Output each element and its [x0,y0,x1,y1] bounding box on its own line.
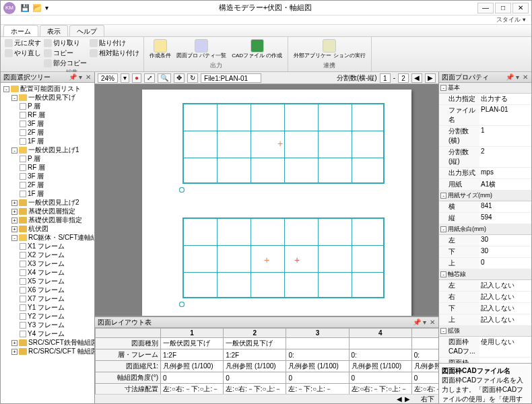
drawing-tree[interactable]: -配置可能図面リスト-一般伏図見下げP 層RF 層3F 層2F 層1F 層-一般… [1,83,94,403]
tree-leaf[interactable]: Y2 フレーム [20,312,93,321]
paste-button[interactable]: 貼り付け [90,38,139,48]
tree-leaf[interactable]: 2F 層 [20,128,93,137]
tree-node[interactable]: +基礎伏図層非指定 [11,215,93,224]
property-row[interactable]: 下30 [439,246,531,258]
scroll-right-icon[interactable]: ▶ [405,395,410,403]
property-row[interactable]: 横841 [439,201,531,213]
cut-button[interactable]: 切り取り [44,38,87,48]
tree-node[interactable]: +RC/SRC/S/CFT 軸組図 [11,347,93,356]
table-row[interactable]: 軸組図角度(°)0000000 [96,372,439,384]
tree-dropdown-icon[interactable]: ▾ [77,73,84,81]
tree-leaf[interactable]: X6 フレーム [20,285,93,294]
split-v-input[interactable]: 2 [398,73,409,83]
property-section[interactable]: -基本 [439,83,531,94]
tree-leaf[interactable]: Y3 フレーム [20,321,93,329]
layout-dropdown-icon[interactable]: ▾ [421,318,428,326]
redo-button[interactable]: やり直し [5,48,41,58]
property-row[interactable]: 分割数(横)1 [439,126,531,147]
property-row[interactable]: 出力指定出力する [439,94,531,105]
tree-leaf[interactable]: 1F 層 [20,137,93,145]
create-cad-file-button[interactable]: CADファイル の作成 [230,38,284,59]
tree-leaf[interactable]: 3F 層 [20,119,93,128]
tree-leaf[interactable]: RF 層 [20,110,93,119]
qat-save-icon[interactable]: 💾 [21,4,29,12]
tree-node[interactable]: -一般伏図見下げP 層RF 層3F 層2F 層1F 層 [11,93,93,145]
layout-pin-icon[interactable]: 📌 [413,318,420,326]
property-row[interactable]: 右記入しない [439,292,531,303]
prop-dropdown-icon[interactable]: ▾ [514,73,521,81]
tree-leaf[interactable]: X7 フレーム [20,294,93,303]
property-row[interactable]: 下記入しない [439,303,531,314]
table-row[interactable]: 寸法線配置左:○右:－下:○上:－左:○右:－下:○上:－左:－下:○上:－左:… [96,384,439,395]
record-icon[interactable]: ● [132,73,141,83]
create-conditions-button[interactable]: 作成条件 [148,38,172,59]
property-section[interactable]: -用紙余白(mm) [439,224,531,235]
tree-close-icon[interactable]: ✕ [85,73,92,81]
undo-button[interactable]: 元に戻す [5,38,41,48]
partial-copy-button[interactable]: 部分コピー [44,59,87,68]
next-page-icon[interactable]: ▶ [425,73,436,83]
property-row[interactable]: 図面枠CADフ... [439,358,531,363]
tree-leaf[interactable]: X5 フレーム [20,277,93,285]
close-button[interactable]: ✕ [512,3,529,13]
qat-open-icon[interactable]: 📂 [33,4,41,12]
tree-node[interactable]: -RC躯体・S/CFT連軸組図X1 フレームX2 フレームX3 フレームX4 フ… [11,233,93,338]
table-header[interactable] [96,329,161,338]
property-row[interactable]: 縦594 [439,213,531,224]
relative-paste-button[interactable]: 相対貼り付け [90,48,139,58]
tree-node[interactable]: -一般伏図見上げ1P 層RF 層3F 層2F 層1F 層 [11,145,93,198]
tree-leaf[interactable]: RF 層 [20,163,93,172]
file-display[interactable]: File1:PLAN-01 [201,73,261,83]
table-header[interactable]: 5 [411,329,438,338]
split-h-input[interactable]: 1 [380,73,391,83]
tree-leaf[interactable]: X2 フレーム [20,250,93,259]
property-row[interactable]: ファイル名PLAN-01 [439,105,531,126]
tree-pin-icon[interactable]: 📌 [69,73,75,81]
qat-dropdown-icon[interactable]: ▾ [45,4,53,12]
property-row[interactable]: 上記入しない [439,314,531,326]
tree-leaf[interactable]: X4 フレーム [20,268,93,277]
prev-page-icon[interactable]: ◀ [411,73,422,83]
tab-home[interactable]: ホーム [3,25,38,36]
tree-node[interactable]: +基礎伏図層指定 [11,207,93,215]
table-header[interactable]: 2 [224,329,286,338]
minimize-button[interactable]: — [477,3,494,13]
tree-leaf[interactable]: P 層 [20,154,93,163]
external-app-button[interactable]: 外部アプリケー ションの実行 [292,38,366,59]
tree-leaf[interactable]: Y4 フレーム [20,329,93,338]
zoom-fit-icon[interactable]: ⤢ [144,73,155,83]
property-section[interactable]: -軸芯線 [439,269,531,280]
property-list-button[interactable]: 図面プロ パティ一覧 [175,38,228,59]
property-row[interactable]: 左記入しない [439,280,531,292]
table-header[interactable]: 4 [349,329,411,338]
zoom-in-icon[interactable]: 🔍 [158,73,171,83]
tree-node[interactable]: +一般伏図見上げ2 [11,198,93,207]
layout-close-icon[interactable]: ✕ [429,318,436,326]
table-row[interactable]: 図面種別一般伏図見下げ一般伏図見下げ [96,338,439,349]
tree-leaf[interactable]: X1 フレーム [20,242,93,250]
tree-leaf[interactable]: X3 フレーム [20,259,93,268]
tree-leaf[interactable]: 2F 層 [20,180,93,189]
property-grid[interactable]: -基本出力指定出力するファイル名PLAN-01分割数(横)1分割数(縦)2出力形… [439,83,531,363]
zoom-dropdown-icon[interactable]: ▾ [121,73,129,83]
property-row[interactable]: 上0 [439,258,531,269]
prop-pin-icon[interactable]: 📌 [506,73,512,81]
layout-table[interactable]: 1234567図面種別一般伏図見下げ一般伏図見下げ層・フレーム1:2F1:2F0… [95,328,438,394]
pan-icon[interactable]: ✥ [174,73,185,83]
tree-leaf[interactable]: 1F 層 [20,189,93,198]
tree-leaf[interactable]: 3F 層 [20,172,93,180]
drawing-canvas[interactable]: + + + [95,84,438,316]
property-row[interactable]: 分割数(縦)2 [439,147,531,168]
tab-view[interactable]: 表示 [40,25,68,36]
refresh-icon[interactable]: ↻ [187,73,198,83]
table-header[interactable]: 1 [161,329,224,338]
property-row[interactable]: 左30 [439,235,531,246]
tree-node[interactable]: +杭伏図 [11,224,93,233]
prop-close-icon[interactable]: ✕ [522,73,529,81]
property-row[interactable]: 用紙A1横 [439,179,531,191]
tab-help[interactable]: ヘルプ [69,25,104,36]
property-section[interactable]: -用紙サイズ(mm) [439,191,531,201]
tree-node[interactable]: +SRC/S/CFT鉄骨軸組図 [11,338,93,347]
tree-leaf[interactable]: Y1 フレーム [20,303,93,312]
scroll-left-icon[interactable]: ◀ [397,395,402,403]
